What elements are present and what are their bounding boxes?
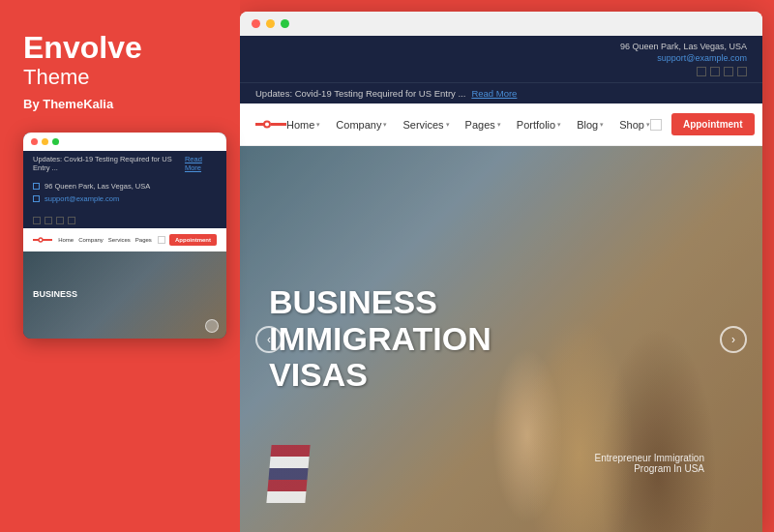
nav-chevron-company: ▾ xyxy=(383,121,387,129)
top-bar-contact-info: 96 Queen Park, Las Vegas, USA support@ex… xyxy=(620,42,747,76)
hero-next-arrow[interactable]: › xyxy=(720,326,747,353)
browser-dot-yellow xyxy=(266,19,275,28)
hero-text-block: BUSINESS IMMIGRATION VISAS xyxy=(269,284,598,393)
brand-subtitle: Theme xyxy=(23,65,217,90)
social-icon-instagram[interactable] xyxy=(737,67,747,76)
nav-menu: Home ▾ Company ▾ Services ▾ Pages ▾ Port… xyxy=(286,119,650,131)
hero-content: BUSINESS IMMIGRATION VISAS Entrepreneur … xyxy=(240,146,762,532)
ticker-text: Updates: Covid-19 Testing Required for U… xyxy=(255,88,465,99)
mini-ticker: Updates: Covid-19 Testing Required for U… xyxy=(23,151,226,176)
nav-item-home[interactable]: Home ▾ xyxy=(286,119,320,131)
news-ticker-bar: Updates: Covid-19 Testing Required for U… xyxy=(240,82,762,103)
mini-social-icon-2 xyxy=(45,217,52,224)
mini-search-box xyxy=(158,236,165,244)
mini-hero-text: BUSINESS xyxy=(33,289,77,300)
svg-rect-0 xyxy=(33,239,39,241)
nav-item-services[interactable]: Services ▾ xyxy=(402,119,449,131)
social-icon-twitter[interactable] xyxy=(710,67,720,76)
browser-dot-red xyxy=(252,19,260,28)
svg-rect-2 xyxy=(43,239,52,241)
hero-section: BUSINESS IMMIGRATION VISAS Entrepreneur … xyxy=(240,146,762,532)
main-top-bar: 96 Queen Park, Las Vegas, USA support@ex… xyxy=(240,36,762,82)
browser-dot-green xyxy=(281,19,289,28)
brand-by: By ThemeKalia xyxy=(23,97,217,111)
mini-social xyxy=(23,213,226,228)
nav-item-pages[interactable]: Pages ▾ xyxy=(465,119,501,131)
svg-rect-5 xyxy=(271,123,286,126)
mini-social-icon-4 xyxy=(68,217,75,224)
nav-chevron-home: ▾ xyxy=(316,121,320,129)
mini-dot-yellow xyxy=(42,138,48,145)
nav-item-company[interactable]: Company ▾ xyxy=(336,119,387,131)
mini-address-row: 96 Queen Park, Las Vegas, USA xyxy=(33,182,217,191)
ticker-read-more[interactable]: Read More xyxy=(471,88,517,99)
mini-dot-green xyxy=(52,138,59,145)
nav-item-shop[interactable]: Shop ▾ xyxy=(619,119,650,131)
nav-item-portfolio[interactable]: Portfolio ▾ xyxy=(517,119,561,131)
top-bar-social-icons xyxy=(697,67,747,76)
nav-chevron-portfolio: ▾ xyxy=(557,121,561,129)
mini-email-row: support@example.com xyxy=(33,194,217,203)
main-browser: 96 Queen Park, Las Vegas, USA support@ex… xyxy=(240,12,762,532)
mini-info: 96 Queen Park, Las Vegas, USA support@ex… xyxy=(23,176,226,213)
svg-point-1 xyxy=(39,238,43,242)
nav-appointment-button[interactable]: Appointment xyxy=(671,113,755,135)
mini-browser-bar xyxy=(23,133,226,151)
mini-logo xyxy=(33,236,52,244)
mini-social-icon-3 xyxy=(56,217,64,224)
mini-hero: BUSINESS xyxy=(23,251,226,339)
social-icon-linkedin[interactable] xyxy=(724,67,733,76)
logo-svg xyxy=(255,119,286,131)
nav-chevron-pages: ▾ xyxy=(497,121,501,129)
browser-chrome-bar xyxy=(240,12,762,36)
mini-nav-items: Home Company Services Pages xyxy=(58,237,152,243)
nav-item-blog[interactable]: Blog ▾ xyxy=(577,119,604,131)
mini-browser-preview: Updates: Covid-19 Testing Required for U… xyxy=(23,133,226,339)
nav-chevron-blog: ▾ xyxy=(600,121,604,129)
mini-hero-circle xyxy=(205,319,219,333)
nav-logo xyxy=(255,119,286,131)
mini-location-icon xyxy=(33,183,40,190)
hero-side-text: Entrepreneur Immigration Program In USA xyxy=(579,453,704,474)
mini-logo-svg xyxy=(33,236,52,244)
svg-point-4 xyxy=(264,121,270,127)
top-bar-address: 96 Queen Park, Las Vegas, USA xyxy=(620,42,747,51)
svg-rect-3 xyxy=(255,123,264,126)
top-bar-email: support@example.com xyxy=(657,53,747,63)
nav-chevron-services: ▾ xyxy=(446,121,450,129)
mini-nav: Home Company Services Pages Appointment xyxy=(23,228,226,251)
mini-social-icon-1 xyxy=(33,217,41,224)
mini-dot-red xyxy=(31,138,38,145)
mini-email-icon xyxy=(33,195,40,202)
main-nav: Home ▾ Company ▾ Services ▾ Pages ▾ Port… xyxy=(240,103,762,146)
social-icon-facebook[interactable] xyxy=(697,67,706,76)
hero-title: BUSINESS IMMIGRATION VISAS xyxy=(269,284,598,393)
left-panel: Envolve Theme By ThemeKalia Updates: Cov… xyxy=(0,0,240,532)
nav-search-icon[interactable] xyxy=(650,119,662,131)
hero-prev-arrow[interactable]: ‹ xyxy=(255,326,283,353)
mini-appointment-btn[interactable]: Appointment xyxy=(169,234,217,246)
brand-title: Envolve xyxy=(23,31,217,65)
nav-right: Appointment xyxy=(650,113,755,135)
